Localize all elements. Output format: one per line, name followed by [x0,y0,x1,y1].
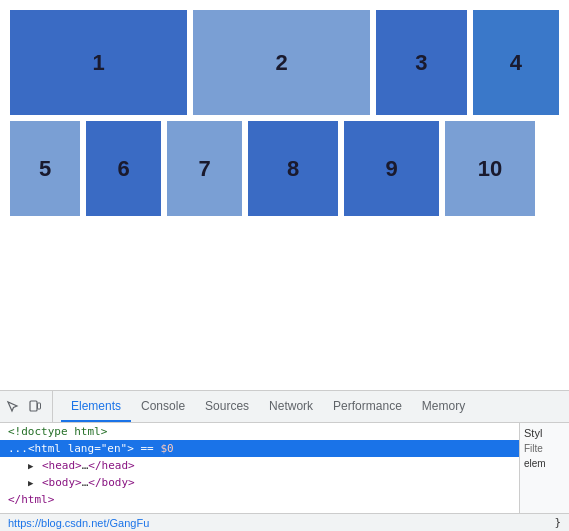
sidebar-filter: Filte [524,443,565,454]
grid-cell-5: 5 [10,121,80,216]
devtools-tabs: Elements Console Sources Network Perform… [61,391,475,422]
devtools-toolbar: Elements Console Sources Network Perform… [0,391,569,423]
tab-elements[interactable]: Elements [61,391,131,422]
cell-label-7: 7 [198,156,210,182]
grid-cell-6: 6 [86,121,161,216]
cell-label-8: 8 [287,156,299,182]
dom-line-html-close: </html> [0,491,519,508]
dom-line-body[interactable]: ▶ <body>…</body> [0,474,519,491]
grid-cell-7: 7 [167,121,242,216]
tab-console[interactable]: Console [131,391,195,422]
cell-label-5: 5 [39,156,51,182]
cell-label-2: 2 [275,50,287,76]
dom-line-doctype: <!doctype html> [0,423,519,440]
grid-cell-2: 2 [193,10,370,115]
devtools-statusbar: https://blog.csdn.net/GangFu } [0,513,569,531]
open-brace: } [554,516,561,529]
grid-cell-8: 8 [248,121,338,216]
devtools-panel: Elements Console Sources Network Perform… [0,390,569,531]
tab-sources[interactable]: Sources [195,391,259,422]
grid-row-1: 1 2 3 4 [10,10,559,115]
cell-label-6: 6 [117,156,129,182]
cell-label-4: 4 [510,50,522,76]
tab-memory[interactable]: Memory [412,391,475,422]
tab-network[interactable]: Network [259,391,323,422]
cell-label-9: 9 [385,156,397,182]
dom-line-head[interactable]: ▶ <head>…</head> [0,457,519,474]
sidebar-styles-header: Styl [524,427,565,439]
devtools-dom: <!doctype html> ...<html lang="en"> == $… [0,423,519,513]
sidebar-elem: elem [524,458,565,469]
svg-rect-0 [30,401,37,411]
grid-cell-3: 3 [376,10,467,115]
toolbar-icons [4,391,53,422]
status-url: https://blog.csdn.net/GangFu [8,517,149,529]
grid-cell-4: 4 [473,10,559,115]
devtools-content: <!doctype html> ...<html lang="en"> == $… [0,423,569,513]
dom-line-html[interactable]: ...<html lang="en"> == $0 [0,440,519,457]
main-content: 1 2 3 4 5 6 7 8 9 10 [0,0,569,390]
grid-cell-1: 1 [10,10,187,115]
inspect-icon[interactable] [4,398,22,416]
grid-cell-9: 9 [344,121,439,216]
devtools-sidebar: Styl Filte elem [519,423,569,513]
cell-label-1: 1 [92,50,104,76]
grid-cell-10: 10 [445,121,535,216]
tab-performance[interactable]: Performance [323,391,412,422]
cell-label-10: 10 [478,156,502,182]
grid-row-2: 5 6 7 8 9 10 [10,121,559,216]
svg-rect-1 [38,403,41,409]
device-icon[interactable] [26,398,44,416]
cell-label-3: 3 [415,50,427,76]
